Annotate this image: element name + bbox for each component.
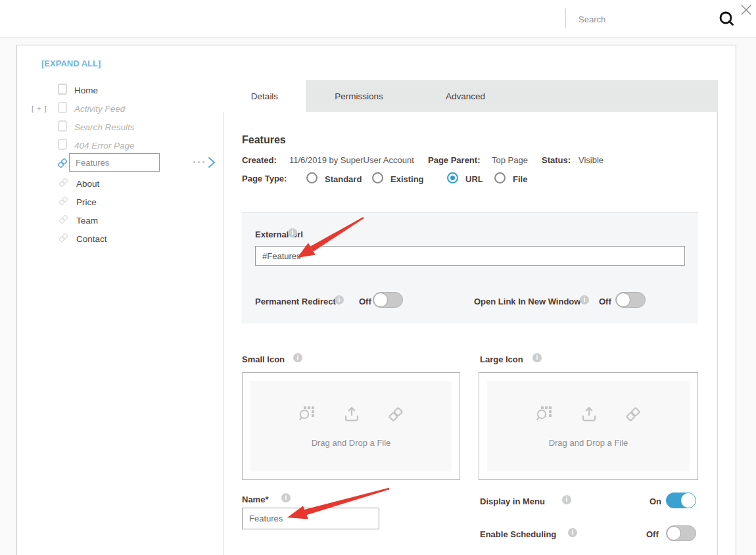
tree-item-contact[interactable]: Contact (58, 232, 107, 245)
info-icon[interactable] (568, 528, 577, 537)
tab-details[interactable]: Details (224, 80, 306, 112)
tree-item-price[interactable]: Price (58, 195, 97, 208)
top-bar (0, 0, 756, 37)
info-icon[interactable] (293, 353, 302, 362)
tree-item-label: Price (76, 197, 97, 207)
enable-scheduling-state: Off (646, 529, 659, 539)
radio-existing[interactable] (372, 172, 383, 183)
radio-file-label: File (513, 174, 527, 184)
display-in-menu-state: On (650, 496, 661, 506)
link-icon (57, 157, 68, 172)
tree-item-activity-feed[interactable]: Activity Feed (58, 102, 125, 115)
search-icon[interactable] (718, 10, 736, 28)
permanent-redirect-state: Off (359, 297, 371, 306)
permanent-redirect-label: Permanent Redirect (255, 297, 336, 306)
tree-item-404-error-page[interactable]: 404 Error Page (58, 139, 135, 152)
tree-item-label: Home (74, 85, 98, 95)
link-icon (58, 214, 69, 228)
tab-bar: Details Permissions Advanced (224, 80, 718, 112)
tree-item-label: Search Results (74, 122, 135, 132)
tree-item-search-results[interactable]: Search Results (58, 120, 135, 133)
tree-item-label: 404 Error Page (74, 141, 135, 151)
info-icon[interactable] (562, 495, 571, 504)
link-icon (58, 232, 69, 246)
display-in-menu-label: Display in Menu (480, 496, 545, 506)
status-label: Status: (542, 155, 571, 165)
close-icon[interactable] (739, 3, 753, 17)
external-url-input[interactable] (255, 246, 685, 266)
info-icon[interactable] (335, 295, 344, 304)
info-icon[interactable] (532, 353, 542, 362)
page-icon (58, 102, 67, 116)
open-link-label: Open Link In New Window (474, 297, 580, 306)
permanent-redirect-toggle[interactable] (373, 292, 403, 308)
tree-item-label: About (76, 179, 99, 189)
small-icon-label: Small Icon (242, 354, 285, 364)
tree-item-about[interactable]: About (58, 177, 99, 190)
tree-expander[interactable]: [ + ] (32, 105, 47, 112)
tree-item-label: Contact (76, 234, 107, 244)
tree-item-label: Team (76, 216, 98, 226)
large-icon-label: Large Icon (480, 354, 523, 364)
info-icon[interactable] (288, 228, 297, 237)
page-title: Features (242, 134, 286, 146)
tree-item-label: Activity Feed (74, 104, 125, 114)
small-icon-dropzone[interactable]: Drag and Drop a File (242, 372, 460, 480)
upload-icon[interactable] (580, 405, 598, 426)
info-icon[interactable] (580, 295, 589, 304)
search-divider (565, 9, 566, 28)
info-icon[interactable] (281, 493, 291, 502)
tree-rename-input[interactable] (69, 153, 160, 172)
created-label: Created: (242, 155, 277, 165)
open-link-state: Off (599, 297, 611, 306)
name-input[interactable] (242, 508, 379, 529)
link-icon[interactable] (387, 406, 404, 425)
browse-files-icon[interactable] (298, 405, 316, 426)
page-settings-screen: [EXPAND ALL] [ + ] Home Activity Feed Se… (0, 0, 756, 555)
radio-file[interactable] (494, 172, 506, 183)
tree-item-chevron-icon[interactable] (208, 157, 216, 171)
expand-all-button[interactable]: [EXPAND ALL] (41, 59, 101, 68)
radio-standard[interactable] (306, 172, 318, 183)
radio-standard-label: Standard (325, 174, 362, 184)
page-icon (58, 84, 67, 97)
enable-scheduling-label: Enable Scheduling (480, 529, 556, 539)
tab-permissions[interactable]: Permissions (306, 80, 412, 112)
radio-existing-label: Existing (390, 174, 424, 184)
status-value: Visible (579, 155, 603, 165)
page-parent-value: Top Page (492, 155, 528, 165)
radio-url[interactable] (447, 172, 458, 183)
page-icon (58, 139, 67, 153)
search-input[interactable] (579, 11, 703, 27)
display-in-menu-toggle[interactable] (666, 493, 696, 508)
created-value: 11/6/2019 by SuperUser Account (289, 155, 414, 165)
link-icon[interactable] (625, 406, 642, 425)
upload-icon[interactable] (343, 405, 361, 426)
link-icon (58, 195, 69, 209)
page-icon (58, 120, 67, 134)
large-icon-dropzone[interactable]: Drag and Drop a File (479, 372, 698, 480)
drag-drop-text: Drag and Drop a File (312, 438, 391, 448)
name-label: Name* (242, 495, 268, 504)
url-settings-section: External Url Permanent Redirect Off Open… (242, 212, 698, 324)
drag-drop-text: Drag and Drop a File (549, 438, 628, 448)
tree-item-home[interactable]: Home (58, 84, 98, 97)
tree-item-more-icon[interactable] (193, 161, 204, 163)
tab-advanced[interactable]: Advanced (412, 80, 519, 112)
link-icon (58, 177, 69, 191)
page-type-label: Page Type: (242, 174, 287, 183)
radio-url-label: URL (465, 174, 483, 184)
enable-scheduling-toggle[interactable] (666, 525, 696, 541)
browse-files-icon[interactable] (535, 405, 554, 426)
open-link-toggle[interactable] (615, 292, 646, 308)
page-parent-label: Page Parent: (428, 155, 480, 165)
tree-item-team[interactable]: Team (58, 214, 98, 227)
